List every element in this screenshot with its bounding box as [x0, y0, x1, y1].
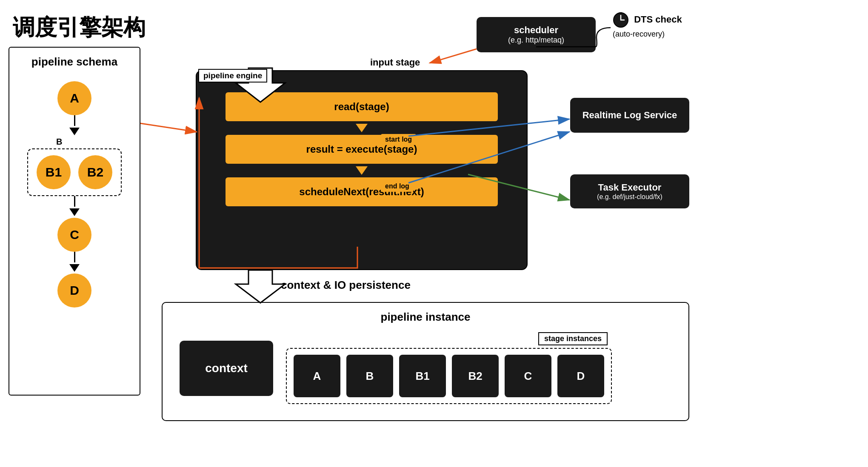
- arrowhead-a-b: [69, 128, 80, 135]
- stage-block-b2: B2: [452, 355, 499, 397]
- clock-icon: [613, 12, 629, 28]
- realtime-log-label: Realtime Log Service: [580, 110, 680, 121]
- step-read: read(stage): [226, 92, 498, 121]
- arrow-c-d: [74, 252, 75, 262]
- stage-instances-group: stage instances A B B1 B2 C D: [286, 332, 612, 404]
- arrow-b-c: [74, 196, 75, 207]
- node-d: D: [57, 273, 91, 308]
- step-arrow-1: [356, 124, 368, 132]
- b-label: B: [56, 137, 62, 147]
- pipeline-engine-label: pipeline engine: [198, 69, 267, 83]
- node-a: A: [57, 81, 91, 115]
- stage-instances-label: stage instances: [538, 332, 608, 345]
- stage-block-d: D: [557, 355, 604, 397]
- scheduler-sub: (e.g. http/metaq): [486, 36, 586, 45]
- pipeline-schema-box: pipeline schema A B B1 B2 C D: [9, 47, 140, 396]
- input-stage-label: input stage: [370, 57, 420, 68]
- node-b1: B1: [37, 155, 71, 189]
- main-title: 调度引擎架构: [13, 13, 146, 43]
- pipeline-schema-title: pipeline schema: [9, 55, 140, 68]
- stage-block-c: C: [505, 355, 551, 397]
- scheduler-box: scheduler (e.g. http/metaq): [477, 17, 596, 52]
- end-log-label: end log: [381, 181, 414, 192]
- context-block: context: [180, 341, 273, 396]
- pipeline-engine-box: read(stage) result = execute(stage) sche…: [196, 70, 528, 270]
- dts-label: DTS check: [634, 14, 682, 25]
- step-schedule: scheduleNext(result.next): [226, 177, 498, 206]
- dts-sub: (auto-recovery): [613, 30, 665, 38]
- pipeline-instance-box: pipeline instance context stage instance…: [162, 302, 689, 421]
- stage-block-a: A: [294, 355, 340, 397]
- svg-line-11: [430, 49, 477, 63]
- step-execute: result = execute(stage): [226, 135, 498, 164]
- node-c: C: [57, 218, 91, 252]
- task-executor-sub: (e.g. def/just-cloud/fx): [580, 193, 680, 201]
- arrowhead-c-d: [69, 264, 80, 272]
- svg-line-10: [140, 123, 197, 132]
- scheduler-label: scheduler: [486, 25, 586, 36]
- engine-steps: read(stage) result = execute(stage) sche…: [201, 92, 523, 206]
- instance-content: context stage instances A B B1 B2 C D: [163, 332, 688, 404]
- b-dashed-box: B1 B2: [27, 148, 122, 196]
- task-executor-label: Task Executor: [580, 182, 680, 193]
- dts-box: DTS check (auto-recovery): [613, 12, 682, 39]
- stage-instances-dashed: A B B1 B2 C D: [286, 348, 612, 404]
- arrowhead-b-c: [69, 208, 80, 216]
- realtime-log-box: Realtime Log Service: [570, 98, 689, 133]
- stage-block-b1: B1: [399, 355, 446, 397]
- context-io-label: context & IO persistence: [281, 279, 411, 292]
- svg-marker-13: [236, 270, 285, 303]
- b-group: B B1 B2: [27, 137, 122, 196]
- step-arrow-2: [356, 166, 368, 175]
- schema-nodes: A B B1 B2 C D: [9, 81, 140, 308]
- pipeline-instance-title: pipeline instance: [163, 310, 688, 324]
- arrow-a-b: [74, 115, 75, 126]
- start-log-label: start log: [381, 134, 416, 145]
- task-executor-box: Task Executor (e.g. def/just-cloud/fx): [570, 174, 689, 208]
- node-b2: B2: [78, 155, 112, 189]
- stage-block-b: B: [346, 355, 393, 397]
